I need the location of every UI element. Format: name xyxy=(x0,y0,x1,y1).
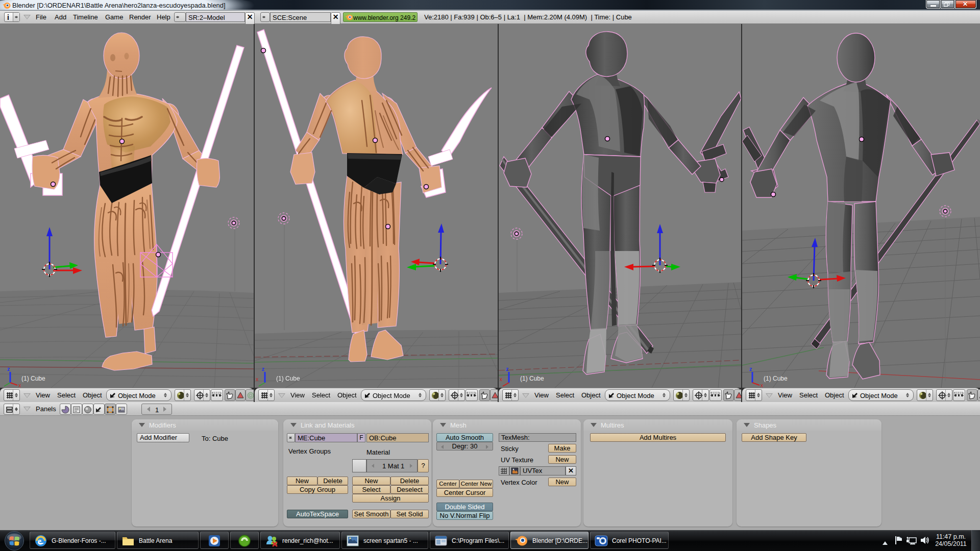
svg-text:(1) Cube: (1) Cube xyxy=(520,375,544,382)
svg-text:x: x xyxy=(761,383,763,388)
svg-text:z: z xyxy=(262,366,265,372)
svg-text:z: z xyxy=(7,366,10,372)
svg-text:x: x xyxy=(18,383,21,388)
svg-text:(1) Cube: (1) Cube xyxy=(21,375,45,382)
svg-text:x: x xyxy=(256,377,258,382)
svg-text:e: e xyxy=(38,537,41,545)
svg-text:x: x xyxy=(500,377,502,382)
svg-text:z: z xyxy=(749,366,752,372)
svg-text:z: z xyxy=(506,366,509,372)
svg-text:(1) Cube: (1) Cube xyxy=(764,375,788,382)
svg-text:(1) Cube: (1) Cube xyxy=(276,375,300,382)
